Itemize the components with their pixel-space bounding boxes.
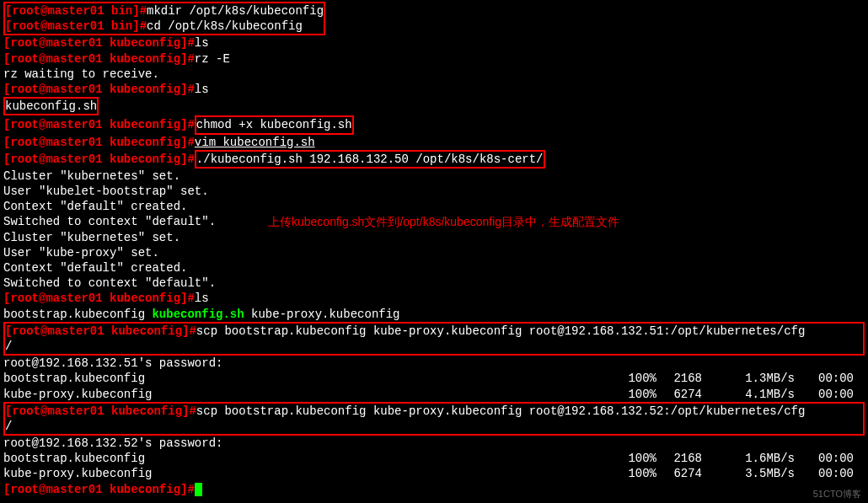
prompt: [root@master01 kubeconfig]#: [3, 136, 195, 149]
cmd-scp: scp bootstrap.kubeconfig kube-proxy.kube…: [196, 404, 806, 418]
box-kubeconfig-sh: kubeconfig.sh: [3, 97, 99, 115]
box-scp-52: [root@master01 kubeconfig]#scp bootstrap…: [3, 402, 865, 436]
transfer-row: bootstrap.kubeconfig 100% 2168 1.6MB/s 0…: [3, 451, 865, 466]
output: User "kube-proxy" set.: [3, 245, 865, 260]
output: Cluster "kubernetes" set.: [3, 230, 865, 245]
prompt: [root@master01 kubeconfig]#: [3, 118, 195, 131]
transfer-speed: 1.3MB/s: [702, 371, 795, 386]
cmd-rz: rz -E: [195, 52, 230, 66]
cmd-mkdir: mkdir /opt/k8s/kubeconfig: [147, 4, 324, 18]
transfer-pct: 100%: [610, 466, 656, 481]
transfer-size: 2168: [656, 371, 702, 386]
output: Context "default" created.: [3, 199, 865, 214]
output: Switched to context "default".: [3, 276, 865, 291]
transfer-size: 2168: [656, 451, 702, 466]
box-mkdir-cd: [root@master01 bin]#mkdir /opt/k8s/kubec…: [3, 2, 325, 35]
prompt: [root@master01 kubeconfig]#: [5, 324, 196, 338]
transfer-file: bootstrap.kubeconfig: [3, 371, 610, 386]
transfer-time: 00:00: [795, 371, 854, 386]
transfer-time: 00:00: [795, 466, 854, 481]
cursor-icon: [195, 483, 202, 496]
transfer-pct: 100%: [610, 387, 656, 402]
annotation-text: 上传kubeconfig.sh文件到/opt/k8s/kubeconfig目录中…: [268, 214, 619, 229]
transfer-file: bootstrap.kubeconfig: [3, 451, 610, 466]
transfer-time: 00:00: [795, 451, 854, 466]
cmd-ls: ls: [195, 292, 209, 305]
watermark: 51CTO博客: [813, 488, 861, 500]
prompt: [root@master01 kubeconfig]#: [3, 292, 195, 305]
file-executable: kubeconfig.sh: [152, 308, 244, 321]
password-prompt: root@192.168.132.51's password:: [3, 356, 865, 371]
cmd-cd: cd /opt/k8s/kubeconfig: [147, 19, 303, 33]
output: Cluster "kubernetes" set.: [3, 169, 865, 184]
transfer-file: kube-proxy.kubeconfig: [3, 466, 610, 481]
output: Context "default" created.: [3, 260, 865, 276]
transfer-file: kube-proxy.kubeconfig: [3, 387, 610, 402]
box-chmod: chmod +x kubeconfig.sh: [195, 115, 354, 134]
password-prompt: root@192.168.132.52's password:: [3, 436, 865, 451]
cmd-vim: vim kubeconfig.sh: [195, 136, 315, 149]
transfer-row: kube-proxy.kubeconfig 100% 6274 3.5MB/s …: [3, 466, 865, 481]
transfer-size: 6274: [656, 466, 702, 481]
output-rz: rz waiting to receive.: [3, 67, 865, 82]
prompt: [root@master01 bin]#: [5, 19, 147, 33]
cmd-scp-cont: /: [5, 339, 863, 354]
transfer-row: kube-proxy.kubeconfig 100% 6274 4.1MB/s …: [3, 387, 865, 402]
transfer-pct: 100%: [610, 371, 656, 386]
prompt: [root@master01 kubeconfig]#: [3, 153, 195, 166]
prompt: [root@master01 kubeconfig]#: [3, 83, 195, 96]
cmd-scp: scp bootstrap.kubeconfig kube-proxy.kube…: [196, 324, 806, 338]
transfer-size: 6274: [656, 387, 702, 402]
file: bootstrap.kubeconfig: [3, 308, 152, 321]
prompt: [root@master01 kubeconfig]#: [3, 52, 195, 66]
transfer-speed: 1.6MB/s: [702, 451, 795, 466]
cmd-scp-cont: /: [5, 419, 863, 434]
cmd-ls: ls: [195, 83, 209, 96]
box-scp-51: [root@master01 kubeconfig]#scp bootstrap…: [3, 322, 865, 356]
transfer-pct: 100%: [610, 451, 656, 466]
prompt: [root@master01 kubeconfig]#: [3, 36, 195, 50]
transfer-speed: 3.5MB/s: [702, 466, 795, 481]
box-exec-script: ./kubeconfig.sh 192.168.132.50 /opt/k8s/…: [195, 150, 545, 169]
prompt: [root@master01 kubeconfig]#: [5, 404, 196, 418]
transfer-row: bootstrap.kubeconfig 100% 2168 1.3MB/s 0…: [3, 371, 865, 386]
transfer-speed: 4.1MB/s: [702, 387, 795, 402]
output: User "kubelet-bootstrap" set.: [3, 184, 865, 199]
prompt: [root@master01 bin]#: [5, 4, 147, 18]
prompt: [root@master01 kubeconfig]#: [3, 483, 195, 496]
terminal[interactable]: [root@master01 bin]#mkdir /opt/k8s/kubec…: [0, 0, 868, 503]
cmd-ls: ls: [195, 36, 209, 50]
transfer-time: 00:00: [795, 387, 854, 402]
file: kube-proxy.kubeconfig: [244, 308, 400, 321]
